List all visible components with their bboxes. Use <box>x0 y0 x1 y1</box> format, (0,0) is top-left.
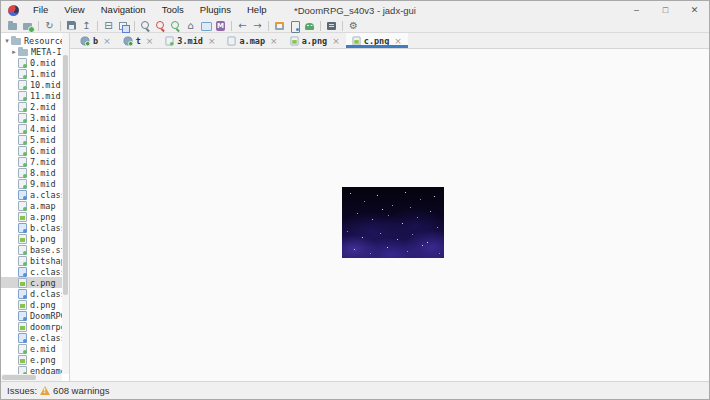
folder-icon <box>18 49 28 56</box>
device-icon[interactable] <box>288 20 301 32</box>
preferences-icon[interactable]: ⚙ <box>347 20 360 32</box>
tree-item-4.mid[interactable]: 4.mid <box>1 123 62 134</box>
class-search-icon[interactable] <box>154 20 167 32</box>
tree-item-label: b.class <box>30 223 62 233</box>
menu-help[interactable]: Help <box>239 1 275 19</box>
tree-item-a.png[interactable]: a.png <box>1 211 62 222</box>
export-icon[interactable]: ↥ <box>80 20 93 32</box>
image-icon <box>18 322 27 332</box>
tree-item-a.class[interactable]: a.class <box>1 189 62 200</box>
close-tab-icon[interactable]: × <box>103 36 111 46</box>
tree-vertical-scrollbar[interactable] <box>62 33 69 374</box>
tree-item-2.mid[interactable]: 2.mid <box>1 101 62 112</box>
tree-item-10.mid[interactable]: 10.mid <box>1 79 62 90</box>
comments-icon[interactable] <box>199 20 212 32</box>
tree-item-label: bitshape <box>30 256 62 266</box>
tree-item-Resources[interactable]: ▾Resources <box>1 35 62 46</box>
tree-item-label: a.class <box>30 190 62 200</box>
tree-item-a.map[interactable]: a.map <box>1 200 62 211</box>
tree-item-7.mid[interactable]: 7.mid <box>1 156 62 167</box>
tree-item-11.mid[interactable]: 11.mid <box>1 90 62 101</box>
back-icon[interactable]: ← <box>236 20 249 32</box>
tree-item-b.class[interactable]: b.class <box>1 222 62 233</box>
tree-item-9.mid[interactable]: 9.mid <box>1 178 62 189</box>
menu-file[interactable]: File <box>25 1 56 19</box>
tree-item-c.png[interactable]: c.png <box>1 277 62 288</box>
log-viewer-icon[interactable] <box>325 20 338 32</box>
close-tab-icon[interactable]: × <box>208 36 216 46</box>
tree-item-6.mid[interactable]: 6.mid <box>1 145 62 156</box>
close-tab-icon[interactable]: × <box>146 36 154 46</box>
tab-a.map[interactable]: a.map× <box>221 33 283 48</box>
forward-icon[interactable]: → <box>251 20 264 32</box>
tree-item-DoomRPG[interactable]: DoomRPG <box>1 310 62 321</box>
audio-icon <box>18 91 27 101</box>
tree-item-c.class[interactable]: c.class <box>1 266 62 277</box>
tree-item-label: 2.mid <box>30 102 56 112</box>
save-all-icon[interactable] <box>65 20 78 32</box>
flat-packages-icon[interactable]: ⊟ <box>102 20 115 32</box>
tab-3.mid[interactable]: 3.mid× <box>159 33 221 48</box>
tree-item-3.mid[interactable]: 3.mid <box>1 112 62 123</box>
tree-item-e.png[interactable]: e.png <box>1 354 62 365</box>
tree-horizontal-scrollbar[interactable] <box>1 374 62 381</box>
image-icon <box>18 300 27 310</box>
audio-icon <box>18 256 27 266</box>
deobfuscation-icon[interactable] <box>273 20 286 32</box>
tree-item-bitshape[interactable]: bitshape <box>1 255 62 266</box>
jadx-logo-icon <box>8 5 19 16</box>
tree-item-doomrpg[interactable]: doomrpg <box>1 321 62 332</box>
classfile-icon <box>18 190 27 200</box>
close-tab-icon[interactable]: × <box>332 36 340 46</box>
tree-item-base.str[interactable]: base.str <box>1 244 62 255</box>
tree-item-label: d.class <box>30 289 62 299</box>
close-tab-icon[interactable]: × <box>394 36 402 46</box>
reload-icon[interactable]: ↻ <box>43 20 56 32</box>
tab-c.png[interactable]: c.png× <box>346 33 408 48</box>
tree-item-8.mid[interactable]: 8.mid <box>1 167 62 178</box>
tree-item-1.mid[interactable]: 1.mid <box>1 68 62 79</box>
tab-b[interactable]: b× <box>74 33 117 48</box>
issues-label: Issues: <box>7 385 37 396</box>
tree-item-d.png[interactable]: d.png <box>1 299 62 310</box>
tree-item-d.class[interactable]: d.class <box>1 288 62 299</box>
comment-search-icon[interactable] <box>169 20 182 32</box>
toolbar-separator <box>60 21 61 31</box>
open-file-icon[interactable] <box>6 20 19 32</box>
warnings-count: 608 warnings <box>53 385 110 396</box>
close-button[interactable]: ✕ <box>680 1 709 19</box>
menu-navigation[interactable]: Navigation <box>93 1 154 19</box>
tree-item-b.png[interactable]: b.png <box>1 233 62 244</box>
minimize-button[interactable]: – <box>622 1 651 19</box>
audio-icon <box>18 344 27 354</box>
classfile-icon <box>18 289 27 299</box>
toolbar-separator <box>134 21 135 31</box>
tab-t[interactable]: t× <box>117 33 160 48</box>
expand-icon[interactable]: ▸ <box>10 48 18 56</box>
main-activity-icon[interactable]: ⌂ <box>184 20 197 32</box>
issues-status[interactable]: Issues: 608 warnings <box>7 385 110 396</box>
menu-view[interactable]: View <box>56 1 92 19</box>
sync-icon[interactable] <box>117 20 130 32</box>
menu-tools[interactable]: Tools <box>154 1 192 19</box>
tree-item-e.class[interactable]: e.class <box>1 332 62 343</box>
text-search-icon[interactable] <box>139 20 152 32</box>
methods-icon[interactable] <box>214 20 227 32</box>
add-files-icon[interactable] <box>21 20 34 32</box>
tree-item-label: 7.mid <box>30 157 56 167</box>
tree-item-label: 8.mid <box>30 168 56 178</box>
tree-item-0.mid[interactable]: 0.mid <box>1 57 62 68</box>
android-icon[interactable] <box>303 20 316 32</box>
maximize-button[interactable]: □ <box>651 1 680 19</box>
close-tab-icon[interactable]: × <box>270 36 278 46</box>
tree-item-META-INF[interactable]: ▸META-INF <box>1 46 62 57</box>
tree-item-5.mid[interactable]: 5.mid <box>1 134 62 145</box>
scrollbar-thumb[interactable] <box>2 375 36 380</box>
tree-item-e.mid[interactable]: e.mid <box>1 343 62 354</box>
tree-item-label: a.map <box>30 201 56 211</box>
tab-a.png[interactable]: a.png× <box>284 33 346 48</box>
scrollbar-thumb[interactable] <box>63 55 68 295</box>
tree-item-label: META-INF <box>31 47 62 57</box>
menu-plugins[interactable]: Plugins <box>192 1 239 19</box>
collapse-icon[interactable]: ▾ <box>3 37 11 45</box>
